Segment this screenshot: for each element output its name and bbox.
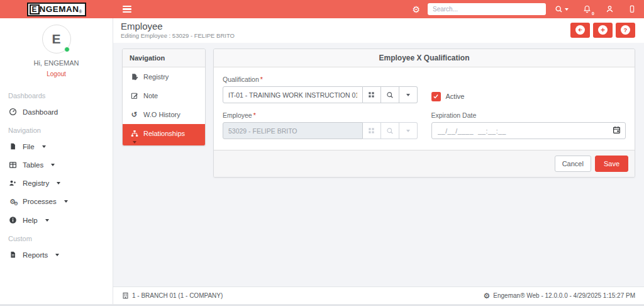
pencil-square-icon [130, 92, 138, 99]
registry-file-icon [130, 73, 138, 81]
search-input[interactable] [428, 3, 546, 15]
expiration-field-group: Expiration Date [431, 111, 626, 139]
sidebar-item-label: Tables [23, 161, 43, 169]
active-label: Active [446, 93, 465, 100]
mobile-device-icon[interactable] [628, 5, 636, 13]
nav-item-registry[interactable]: Registry [123, 67, 205, 86]
brand-logo[interactable]: E NGEMAN ® [0, 3, 113, 16]
chevron-down-icon [57, 182, 60, 184]
chevron-down-icon [565, 8, 569, 11]
employee-search-button [381, 122, 399, 139]
employee-dropdown-button [399, 122, 418, 139]
app-window: E NGEMAN ® ⚙ 0 [0, 0, 644, 306]
gears-icon: ⚙⚙ [8, 198, 17, 205]
expanded-caret-icon [133, 141, 136, 144]
employee-qualification-form: Employee X Qualification Qualification* [213, 48, 635, 178]
chevron-down-icon [64, 200, 68, 203]
engeman-logo: E NGEMAN ® [27, 3, 87, 16]
sidebar-item-file[interactable]: File [8, 142, 104, 150]
search-icon [386, 91, 394, 99]
chevron-down-icon [55, 254, 59, 256]
sitemap-icon [130, 130, 138, 137]
expiration-label: Expiration Date [431, 111, 626, 119]
menu-toggle-icon[interactable] [123, 6, 131, 13]
person-plus-icon [8, 179, 17, 187]
qualification-dropdown-button[interactable] [399, 86, 418, 103]
chevron-down-icon [42, 145, 46, 148]
sidebar-item-processes[interactable]: ⚙⚙ Processes [8, 198, 104, 205]
section-custom: Custom [8, 235, 104, 242]
nav-item-label: W.O History [143, 111, 180, 118]
gear-icon: ⚙ [484, 292, 491, 300]
qualification-label: Qualification* [223, 76, 418, 83]
nav-item-relationships[interactable]: Relationships [123, 124, 205, 145]
qualification-search-button[interactable] [381, 86, 399, 103]
help-button[interactable]: ? [616, 23, 635, 38]
sidebar-item-label: File [23, 143, 35, 150]
required-asterisk: * [253, 111, 256, 119]
active-checkbox[interactable] [431, 92, 441, 101]
sidebar-item-label: Reports [23, 251, 48, 259]
form-title: Employee X Qualification [214, 49, 635, 67]
history-icon: ↺ [130, 111, 138, 118]
nav-item-label: Relationships [143, 130, 185, 137]
logo-e-mark: E [30, 4, 40, 14]
table-icon [8, 161, 17, 169]
qualification-grid-lookup-button[interactable] [363, 86, 381, 103]
status-bar: 1 - BRANCH 01 (1 - COMPANY) ⚙ Engeman® W… [113, 286, 644, 304]
grid-icon [368, 127, 375, 134]
sidebar-item-registry[interactable]: Registry [8, 179, 104, 187]
branch-info[interactable]: 1 - BRANCH 01 (1 - COMPANY) [132, 292, 223, 299]
notifications-bell-icon[interactable]: 0 [583, 5, 591, 13]
nav-item-label: Note [143, 92, 158, 99]
user-account-icon[interactable] [606, 5, 614, 13]
form-actions: Cancel Save [214, 150, 635, 177]
user-profile-panel: E Hi, ENGEMAN Logout [0, 25, 113, 79]
topbar: E NGEMAN ® ⚙ 0 [0, 0, 644, 18]
search-options-icon[interactable] [555, 5, 569, 13]
building-icon [122, 292, 129, 299]
sidebar-item-reports[interactable]: Reports [8, 251, 104, 259]
chevron-down-icon [406, 94, 410, 96]
employee-grid-lookup-button [363, 122, 381, 139]
report-file-icon [8, 251, 17, 259]
nav-item-label: Registry [143, 73, 169, 81]
chevron-down-icon [51, 164, 55, 166]
logo-text: NGEMAN [40, 4, 79, 14]
sidebar-item-tables[interactable]: Tables [8, 161, 104, 169]
section-navigation: Navigation [8, 127, 104, 134]
user-greeting: Hi, ENGEMAN [0, 59, 113, 67]
cancel-button[interactable]: Cancel [555, 156, 591, 172]
save-button[interactable]: Save [595, 156, 628, 172]
employee-field-group: Employee* [223, 111, 418, 139]
sidebar-item-label: Registry [23, 179, 49, 187]
logout-link[interactable]: Logout [47, 71, 66, 77]
section-dashboards: Dashboards [8, 92, 104, 99]
page-subtitle: Editing Employee : 53029 - FELIPE BRITO [121, 32, 235, 39]
page-title: Employee [121, 21, 235, 31]
plus-icon [598, 25, 608, 35]
settings-gear-icon[interactable]: ⚙ [412, 5, 420, 14]
sidebar-item-label: Processes [23, 198, 57, 205]
nav-item-note[interactable]: Note [123, 86, 205, 105]
avatar[interactable]: E [42, 25, 71, 54]
nav-item-wo-history[interactable]: ↺ W.O History [123, 105, 205, 124]
add-button[interactable] [593, 23, 613, 38]
gauge-icon [8, 108, 17, 116]
expiration-date-input[interactable] [431, 122, 626, 139]
employee-label: Employee* [223, 111, 418, 119]
sidebar-item-help[interactable]: Help [8, 216, 104, 224]
qualification-field-group: Qualification* [223, 76, 418, 103]
record-navigation-panel: Navigation Registry Note ↺ [122, 48, 206, 146]
sidebar-menu: Dashboards Dashboard Navigation File [0, 79, 113, 259]
grid-icon [368, 91, 375, 98]
back-button[interactable] [570, 23, 590, 38]
page-header: Employee Editing Employee : 53029 - FELI… [113, 18, 644, 43]
registered-mark: ® [79, 9, 82, 14]
required-asterisk: * [260, 76, 263, 83]
qualification-input[interactable] [223, 86, 363, 103]
version-info: Engeman® Web - 12.0.0.0 - 4/29/2025 1:15… [493, 292, 635, 299]
sidebar-item-label: Dashboard [23, 108, 58, 116]
sidebar-item-dashboard[interactable]: Dashboard [8, 108, 104, 116]
avatar-letter: E [52, 31, 60, 47]
